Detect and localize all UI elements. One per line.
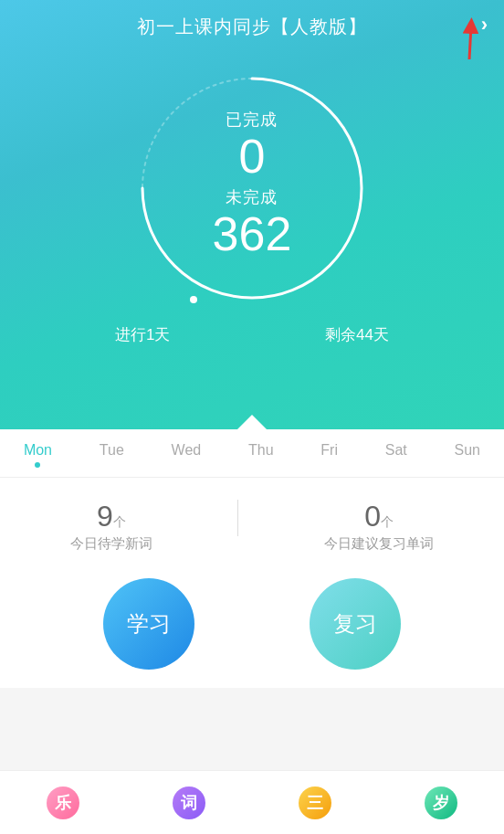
completed-number: 0 xyxy=(213,131,292,183)
weekday-tue-label: Tue xyxy=(100,442,124,459)
weekday-wed-dot xyxy=(184,462,189,468)
weekday-mon[interactable]: Mon xyxy=(24,442,52,468)
weekday-sun-label: Sun xyxy=(455,442,480,459)
stats-row: 进行1天 剩余44天 xyxy=(115,324,389,345)
stats-cards: 9个 今日待学新词 0个 今日建议复习单词 xyxy=(27,500,477,553)
review-label: 今日建议复习单词 xyxy=(324,535,434,553)
review-unit: 个 xyxy=(381,514,394,529)
nav-item-ci[interactable]: 词 xyxy=(126,786,252,819)
weekday-fri-dot xyxy=(327,462,332,468)
new-words-count: 9 xyxy=(97,500,113,533)
header-section: 初一上课内同步【人教版】 › 已完成 0 未完成 362 xyxy=(0,0,504,429)
new-words-card: 9个 今日待学新词 xyxy=(70,500,152,553)
nav-icon-ci: 词 xyxy=(173,786,205,819)
nav-icon-sui: 岁 xyxy=(425,786,457,819)
weekday-sat-label: Sat xyxy=(385,442,407,459)
gauge-container: 已完成 0 未完成 362 xyxy=(120,56,384,321)
nav-item-le[interactable]: 乐 xyxy=(0,786,126,819)
new-words-label: 今日待学新词 xyxy=(70,535,152,553)
weekday-thu[interactable]: Thu xyxy=(248,442,274,468)
nav-icon-sui-text: 岁 xyxy=(433,792,449,814)
nav-icon-le-text: 乐 xyxy=(55,792,71,814)
svg-point-3 xyxy=(190,296,197,303)
weekday-mon-label: Mon xyxy=(24,442,52,459)
svg-line-1 xyxy=(469,26,471,59)
weekday-wed-label: Wed xyxy=(172,442,202,459)
remaining-days: 剩余44天 xyxy=(325,324,389,345)
weekday-thu-dot xyxy=(258,462,264,468)
title-bar: 初一上课内同步【人教版】 › xyxy=(0,0,504,39)
weekdays-section: Mon Tue Wed Thu Fri Sat Sun xyxy=(0,429,504,478)
new-words-unit: 个 xyxy=(113,514,126,529)
review-count: 0 xyxy=(364,500,381,533)
weekday-tue-dot xyxy=(109,462,114,468)
completed-label: 已完成 xyxy=(213,109,292,131)
weekday-sat-dot xyxy=(394,462,399,468)
review-count-row: 0个 xyxy=(324,500,434,533)
review-button[interactable]: 复习 xyxy=(310,578,401,670)
learn-button[interactable]: 学习 xyxy=(103,578,194,670)
triangle-pointer xyxy=(237,415,267,429)
weekday-fri-label: Fri xyxy=(320,442,338,459)
weekday-fri[interactable]: Fri xyxy=(320,442,338,468)
progress-days: 进行1天 xyxy=(115,324,170,345)
weekday-mon-dot xyxy=(35,462,40,468)
nav-icon-san: 三 xyxy=(299,786,331,819)
nav-icon-ci-text: 词 xyxy=(181,792,197,814)
nav-arrow-button[interactable]: › xyxy=(481,13,488,37)
content-section: 9个 今日待学新词 0个 今日建议复习单词 学习 复习 xyxy=(0,478,504,688)
weekday-wed[interactable]: Wed xyxy=(172,442,202,468)
review-words-card: 0个 今日建议复习单词 xyxy=(324,500,434,553)
weekday-sun-dot xyxy=(465,462,470,468)
weekday-tue[interactable]: Tue xyxy=(100,442,124,468)
action-buttons: 学习 复习 xyxy=(27,578,477,670)
new-words-count-row: 9个 xyxy=(70,500,152,533)
incomplete-number: 362 xyxy=(213,209,292,261)
incomplete-label: 未完成 xyxy=(213,187,292,209)
weekday-sat[interactable]: Sat xyxy=(385,442,407,468)
weekday-sun[interactable]: Sun xyxy=(455,442,480,468)
nav-item-san[interactable]: 三 xyxy=(252,786,378,819)
nav-item-sui[interactable]: 岁 xyxy=(378,786,504,819)
gauge-center: 已完成 0 未完成 362 xyxy=(213,109,292,260)
bottom-nav: 乐 词 三 岁 xyxy=(0,770,504,834)
weekday-thu-label: Thu xyxy=(248,442,274,459)
page-title: 初一上课内同步【人教版】 xyxy=(137,15,367,39)
annotation-arrow xyxy=(424,9,478,64)
nav-icon-le: 乐 xyxy=(47,786,79,819)
stats-divider xyxy=(237,500,238,536)
nav-icon-san-text: 三 xyxy=(307,792,323,814)
